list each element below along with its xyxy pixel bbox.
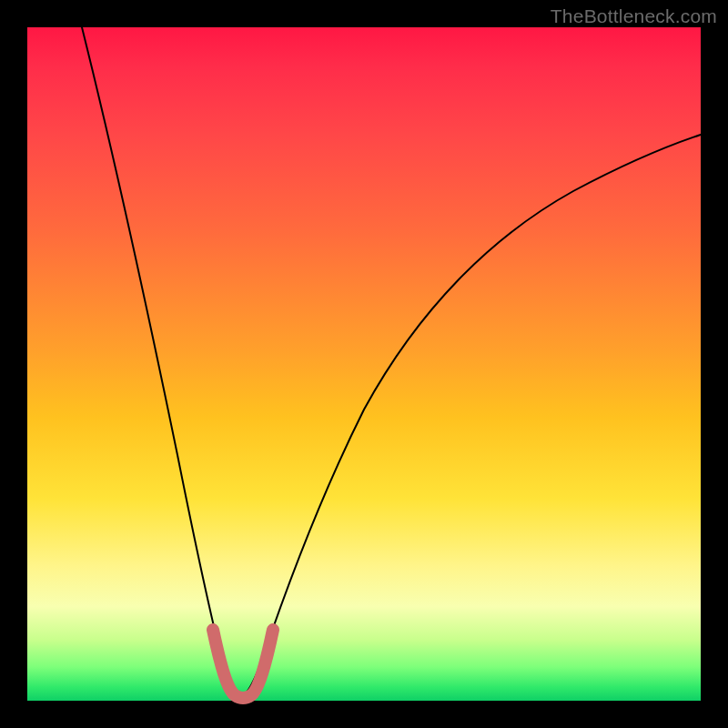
curve-layer [27, 27, 701, 701]
plot-area [27, 27, 701, 701]
chart-frame: TheBottleneck.com [0, 0, 728, 728]
highlight-minimum [213, 630, 273, 698]
watermark-label: TheBottleneck.com [551, 5, 717, 27]
bottleneck-curve [82, 27, 701, 697]
